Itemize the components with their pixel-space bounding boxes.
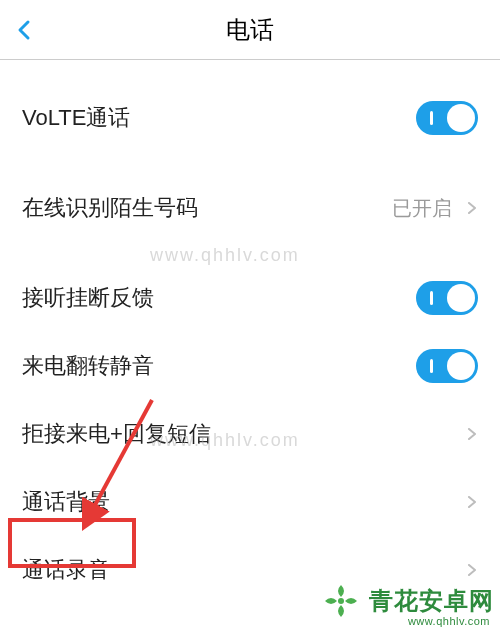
spacer — [0, 152, 500, 174]
brand-url: www.qhhlv.com — [408, 615, 490, 627]
header-bar: 电话 — [0, 0, 500, 60]
row-label: 接听挂断反馈 — [22, 283, 416, 313]
spacer — [0, 60, 500, 84]
chevron-right-icon — [466, 202, 478, 214]
chevron-right-icon — [466, 564, 478, 576]
toggle-volte[interactable] — [416, 101, 478, 135]
chevron-left-icon — [12, 18, 36, 42]
toggle-hangup[interactable] — [416, 281, 478, 315]
chevron-right-icon — [466, 496, 478, 508]
row-call-background[interactable]: 通话背景 — [0, 468, 500, 536]
row-stranger-id[interactable]: 在线识别陌生号码 已开启 — [0, 174, 500, 242]
row-volte[interactable]: VoLTE通话 — [0, 84, 500, 152]
spacer — [0, 242, 500, 264]
toggle-knob — [447, 284, 475, 312]
brand-logo-icon — [321, 581, 361, 621]
row-hangup-feedback[interactable]: 接听挂断反馈 — [0, 264, 500, 332]
row-label: 拒接来电+回复短信 — [22, 419, 466, 449]
row-label: 在线识别陌生号码 — [22, 193, 392, 223]
back-button[interactable] — [12, 18, 36, 42]
row-label: 通话背景 — [22, 487, 466, 517]
toggle-on-indicator — [430, 359, 433, 373]
row-flip-silence[interactable]: 来电翻转静音 — [0, 332, 500, 400]
toggle-on-indicator — [430, 111, 433, 125]
toggle-knob — [447, 104, 475, 132]
page-title: 电话 — [226, 14, 274, 46]
brand-name: 青花安卓网 — [369, 585, 494, 617]
toggle-flip[interactable] — [416, 349, 478, 383]
row-label: 来电翻转静音 — [22, 351, 416, 381]
row-reject-sms[interactable]: 拒接来电+回复短信 — [0, 400, 500, 468]
row-label: VoLTE通话 — [22, 103, 416, 133]
toggle-knob — [447, 352, 475, 380]
svg-point-1 — [338, 598, 344, 604]
toggle-on-indicator — [430, 291, 433, 305]
chevron-right-icon — [466, 428, 478, 440]
row-value: 已开启 — [392, 195, 452, 222]
